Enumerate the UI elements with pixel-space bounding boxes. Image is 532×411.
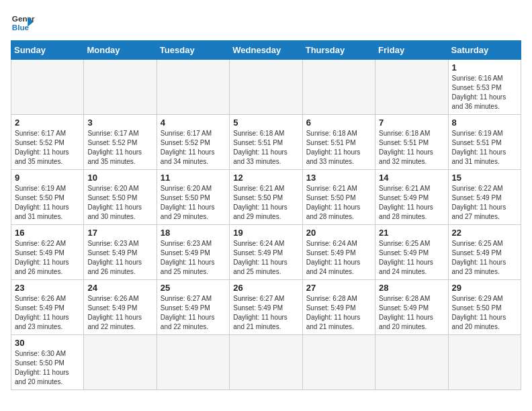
cell-content: Sunrise: 6:20 AM Sunset: 5:50 PM Dayligh… [87,184,152,222]
day-number: 17 [87,228,152,238]
cell-content: Sunrise: 6:17 AM Sunset: 5:52 PM Dayligh… [161,129,226,167]
day-number: 3 [87,118,152,128]
weekday-header: Monday [84,41,157,60]
calendar-cell: 6Sunrise: 6:18 AM Sunset: 5:51 PM Daylig… [302,115,375,170]
day-number: 9 [15,173,80,183]
calendar-cell: 8Sunrise: 6:19 AM Sunset: 5:51 PM Daylig… [448,115,521,170]
calendar-cell: 3Sunrise: 6:17 AM Sunset: 5:52 PM Daylig… [84,115,157,170]
calendar-cell: 30Sunrise: 6:30 AM Sunset: 5:50 PM Dayli… [11,335,84,390]
cell-content: Sunrise: 6:21 AM Sunset: 5:50 PM Dayligh… [306,184,371,222]
cell-content: Sunrise: 6:18 AM Sunset: 5:51 PM Dayligh… [379,129,444,167]
day-number: 14 [379,173,444,183]
calendar-cell: 20Sunrise: 6:24 AM Sunset: 5:49 PM Dayli… [302,225,375,280]
cell-content: Sunrise: 6:28 AM Sunset: 5:49 PM Dayligh… [306,294,371,332]
cell-content: Sunrise: 6:28 AM Sunset: 5:49 PM Dayligh… [379,294,444,332]
day-number: 10 [87,173,152,183]
cell-content: Sunrise: 6:27 AM Sunset: 5:49 PM Dayligh… [161,294,226,332]
calendar-cell: 19Sunrise: 6:24 AM Sunset: 5:49 PM Dayli… [230,225,302,280]
weekday-header: Saturday [448,41,521,60]
calendar-cell: 11Sunrise: 6:20 AM Sunset: 5:50 PM Dayli… [157,170,229,225]
calendar-cell: 17Sunrise: 6:23 AM Sunset: 5:49 PM Dayli… [84,225,157,280]
day-number: 6 [306,118,371,128]
cell-content: Sunrise: 6:26 AM Sunset: 5:49 PM Dayligh… [87,294,152,332]
cell-content: Sunrise: 6:26 AM Sunset: 5:49 PM Dayligh… [15,294,80,332]
calendar-cell [302,60,375,115]
calendar-header: SundayMondayTuesdayWednesdayThursdayFrid… [11,41,521,60]
calendar-cell [11,60,84,115]
calendar-cell: 22Sunrise: 6:25 AM Sunset: 5:49 PM Dayli… [448,225,521,280]
day-number: 19 [233,228,298,238]
calendar-cell: 26Sunrise: 6:27 AM Sunset: 5:49 PM Dayli… [230,280,302,335]
day-number: 5 [233,118,298,128]
weekday-header: Thursday [302,41,375,60]
calendar-cell: 7Sunrise: 6:18 AM Sunset: 5:51 PM Daylig… [375,115,448,170]
day-number: 24 [87,283,152,293]
calendar-table: SundayMondayTuesdayWednesdayThursdayFrid… [11,40,521,390]
cell-content: Sunrise: 6:23 AM Sunset: 5:49 PM Dayligh… [161,239,226,277]
cell-content: Sunrise: 6:29 AM Sunset: 5:50 PM Dayligh… [452,294,517,332]
cell-content: Sunrise: 6:18 AM Sunset: 5:51 PM Dayligh… [306,129,371,167]
cell-content: Sunrise: 6:18 AM Sunset: 5:51 PM Dayligh… [233,129,298,167]
calendar-cell: 10Sunrise: 6:20 AM Sunset: 5:50 PM Dayli… [84,170,157,225]
cell-content: Sunrise: 6:22 AM Sunset: 5:49 PM Dayligh… [15,239,80,277]
weekday-header: Tuesday [157,41,229,60]
logo-icon: General Blue [11,11,35,35]
cell-content: Sunrise: 6:17 AM Sunset: 5:52 PM Dayligh… [87,129,152,167]
calendar-cell [157,60,229,115]
calendar-cell: 23Sunrise: 6:26 AM Sunset: 5:49 PM Dayli… [11,280,84,335]
calendar-cell [375,60,448,115]
day-number: 13 [306,173,371,183]
day-number: 11 [161,173,226,183]
cell-content: Sunrise: 6:25 AM Sunset: 5:49 PM Dayligh… [379,239,444,277]
day-number: 15 [452,173,517,183]
cell-content: Sunrise: 6:19 AM Sunset: 5:51 PM Dayligh… [452,129,517,167]
day-number: 27 [306,283,371,293]
calendar-cell: 29Sunrise: 6:29 AM Sunset: 5:50 PM Dayli… [448,280,521,335]
cell-content: Sunrise: 6:21 AM Sunset: 5:49 PM Dayligh… [379,184,444,222]
calendar-cell [84,60,157,115]
day-number: 22 [452,228,517,238]
calendar-cell: 5Sunrise: 6:18 AM Sunset: 5:51 PM Daylig… [230,115,302,170]
page-header: General Blue [11,11,521,35]
day-number: 30 [15,338,80,348]
day-number: 21 [379,228,444,238]
calendar-cell: 25Sunrise: 6:27 AM Sunset: 5:49 PM Dayli… [157,280,229,335]
day-number: 12 [233,173,298,183]
day-number: 4 [161,118,226,128]
svg-text:Blue: Blue [12,23,30,32]
day-number: 2 [15,118,80,128]
calendar-cell: 4Sunrise: 6:17 AM Sunset: 5:52 PM Daylig… [157,115,229,170]
calendar-cell [302,335,375,390]
calendar-cell [84,335,157,390]
calendar-cell: 24Sunrise: 6:26 AM Sunset: 5:49 PM Dayli… [84,280,157,335]
calendar-cell: 21Sunrise: 6:25 AM Sunset: 5:49 PM Dayli… [375,225,448,280]
calendar-cell [157,335,229,390]
cell-content: Sunrise: 6:20 AM Sunset: 5:50 PM Dayligh… [161,184,226,222]
cell-content: Sunrise: 6:24 AM Sunset: 5:49 PM Dayligh… [233,239,298,277]
day-number: 28 [379,283,444,293]
calendar-cell: 18Sunrise: 6:23 AM Sunset: 5:49 PM Dayli… [157,225,229,280]
calendar-cell: 1Sunrise: 6:16 AM Sunset: 5:53 PM Daylig… [448,60,521,115]
cell-content: Sunrise: 6:22 AM Sunset: 5:49 PM Dayligh… [452,184,517,222]
cell-content: Sunrise: 6:23 AM Sunset: 5:49 PM Dayligh… [87,239,152,277]
cell-content: Sunrise: 6:16 AM Sunset: 5:53 PM Dayligh… [452,74,517,111]
calendar-cell [448,335,521,390]
cell-content: Sunrise: 6:25 AM Sunset: 5:49 PM Dayligh… [452,239,517,277]
calendar-cell: 9Sunrise: 6:19 AM Sunset: 5:50 PM Daylig… [11,170,84,225]
calendar-cell [375,335,448,390]
calendar-cell: 14Sunrise: 6:21 AM Sunset: 5:49 PM Dayli… [375,170,448,225]
calendar-cell [230,335,302,390]
calendar-cell: 2Sunrise: 6:17 AM Sunset: 5:52 PM Daylig… [11,115,84,170]
cell-content: Sunrise: 6:24 AM Sunset: 5:49 PM Dayligh… [306,239,371,277]
calendar-cell: 12Sunrise: 6:21 AM Sunset: 5:50 PM Dayli… [230,170,302,225]
day-number: 20 [306,228,371,238]
calendar-cell: 27Sunrise: 6:28 AM Sunset: 5:49 PM Dayli… [302,280,375,335]
day-number: 29 [452,283,517,293]
day-number: 25 [161,283,226,293]
cell-content: Sunrise: 6:21 AM Sunset: 5:50 PM Dayligh… [233,184,298,222]
cell-content: Sunrise: 6:17 AM Sunset: 5:52 PM Dayligh… [15,129,80,167]
day-number: 1 [452,62,517,73]
cell-content: Sunrise: 6:27 AM Sunset: 5:49 PM Dayligh… [233,294,298,332]
cell-content: Sunrise: 6:19 AM Sunset: 5:50 PM Dayligh… [15,184,80,222]
calendar-cell [230,60,302,115]
